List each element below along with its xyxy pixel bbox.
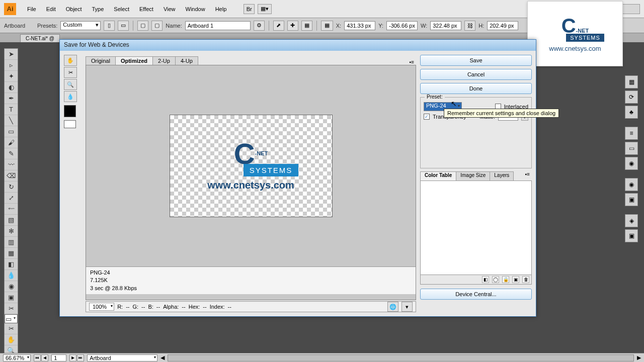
menu-effect[interactable]: Effect xyxy=(134,4,158,14)
transparency-checkbox[interactable]: ✓ xyxy=(424,114,430,120)
panel-icon[interactable]: ◈ xyxy=(625,214,638,227)
ct-icon[interactable]: 🗑 xyxy=(522,276,529,283)
panel-icon[interactable]: ♣ xyxy=(625,106,638,119)
crop-tool-icon[interactable]: ✂ xyxy=(5,303,18,314)
menu-view[interactable]: View xyxy=(158,4,181,14)
browser-preview-menu-icon[interactable]: ▾ xyxy=(401,302,413,312)
hand-tool-icon[interactable]: ✋ xyxy=(5,334,18,345)
status-info[interactable]: Artboard xyxy=(87,354,157,361)
menu-help[interactable]: Help xyxy=(210,4,232,14)
device-central-button[interactable]: Device Central... xyxy=(420,289,532,300)
nav-next-icon[interactable]: ▶ xyxy=(69,354,76,361)
ct-icon[interactable]: ▣ xyxy=(512,276,519,283)
scroll-left-icon[interactable]: ◀ xyxy=(160,354,165,361)
type-tool-icon[interactable]: T xyxy=(5,104,18,115)
artboard-delete-icon[interactable]: ▢ xyxy=(151,21,163,31)
preview-menu-icon[interactable]: ▪≡ xyxy=(408,59,416,65)
done-button[interactable]: Done xyxy=(420,83,532,94)
free-transform-tool-icon[interactable]: ▧ xyxy=(5,215,18,226)
symbol-sprayer-tool-icon[interactable]: ✻ xyxy=(5,226,18,237)
hand-tool-icon[interactable]: ✋ xyxy=(64,55,77,66)
selection-tool-icon[interactable]: ➤ xyxy=(5,49,18,60)
panel-icon[interactable]: ◉ xyxy=(625,157,638,170)
direct-selection-tool-icon[interactable]: ▹ xyxy=(5,60,18,71)
presets-dropdown[interactable]: Custom▾ xyxy=(60,21,101,30)
menu-window[interactable]: Window xyxy=(181,4,210,14)
show-crosshair-icon[interactable]: ✚ xyxy=(287,21,298,31)
eyedropper-tool-icon[interactable]: 💧 xyxy=(64,91,77,102)
tab-color-table[interactable]: Color Table xyxy=(420,171,456,180)
tab-layers[interactable]: Layers xyxy=(490,171,514,180)
graph-tool-icon[interactable]: ▥ xyxy=(5,237,18,248)
tab-optimized[interactable]: Optimized xyxy=(115,56,153,65)
live-paint-tool-icon[interactable]: ▣ xyxy=(5,292,18,303)
eraser-tool-icon[interactable]: ⌫ xyxy=(5,170,18,182)
nav-first-icon[interactable]: ⏮ xyxy=(34,354,41,361)
zoom-dropdown[interactable]: 100% xyxy=(89,303,114,311)
artboard-tool-icon[interactable]: ▭ xyxy=(5,314,18,323)
orient-portrait-icon[interactable]: ▯ xyxy=(104,21,115,31)
save-button[interactable]: Save xyxy=(420,55,532,66)
blob-brush-tool-icon[interactable]: 〰 xyxy=(5,159,18,170)
tab-4up[interactable]: 4-Up xyxy=(175,56,198,65)
ct-icon[interactable]: ◯ xyxy=(492,276,499,283)
menu-edit[interactable]: Edit xyxy=(41,4,61,14)
slice-select-tool-icon[interactable]: ✂ xyxy=(64,67,77,78)
gradient-tool-icon[interactable]: ◧ xyxy=(5,259,18,270)
tab-original[interactable]: Original xyxy=(86,56,116,65)
zoom-level[interactable]: 66.67% xyxy=(3,354,31,361)
rotate-tool-icon[interactable]: ↻ xyxy=(5,182,18,193)
h-scrollbar[interactable] xyxy=(168,354,634,361)
artboard-number-input[interactable] xyxy=(51,354,66,361)
scroll-right-icon[interactable]: ▶ xyxy=(637,354,641,361)
paintbrush-tool-icon[interactable]: 🖌 xyxy=(5,137,18,148)
move-artwork-icon[interactable]: ⬈ xyxy=(273,21,284,31)
menu-type[interactable]: Type xyxy=(87,4,109,14)
show-safe-icon[interactable]: ▦ xyxy=(301,21,312,31)
panel-icon[interactable]: ▣ xyxy=(625,229,638,242)
panel-icon[interactable]: ▦ xyxy=(625,75,638,88)
color-table-menu-icon[interactable]: ▪≡ xyxy=(523,171,532,180)
pencil-tool-icon[interactable]: ✎ xyxy=(5,148,18,159)
eyedropper-tool-icon[interactable]: 💧 xyxy=(5,270,18,281)
x-input[interactable] xyxy=(344,21,375,30)
reference-point-icon[interactable]: ▦ xyxy=(321,21,333,31)
artboard-new-icon[interactable]: ▢ xyxy=(137,21,148,31)
mesh-tool-icon[interactable]: ▦ xyxy=(5,248,18,259)
orient-landscape-icon[interactable]: ▭ xyxy=(118,21,129,31)
browser-preview-icon[interactable]: 🌐 xyxy=(387,302,398,312)
line-tool-icon[interactable]: ╲ xyxy=(5,115,18,126)
scale-tool-icon[interactable]: ⤢ xyxy=(5,193,18,204)
document-tab[interactable]: C-NET.ai* @ xyxy=(20,34,60,42)
y-input[interactable] xyxy=(386,21,418,30)
artboard-name-input[interactable] xyxy=(185,21,251,30)
bridge-icon[interactable]: Br xyxy=(244,4,255,14)
warp-tool-icon[interactable]: ⬳ xyxy=(5,204,18,215)
menu-select[interactable]: Select xyxy=(109,4,134,14)
ct-icon[interactable]: 🔒 xyxy=(502,276,509,283)
magic-wand-tool-icon[interactable]: ✦ xyxy=(5,71,18,82)
nav-prev-icon[interactable]: ◀ xyxy=(41,354,48,361)
arrange-icon[interactable]: ▦▾ xyxy=(258,4,272,14)
menu-object[interactable]: Object xyxy=(61,4,87,14)
rectangle-tool-icon[interactable]: ▭ xyxy=(5,126,18,137)
panel-icon[interactable]: ≡ xyxy=(625,127,638,140)
panel-icon[interactable]: ⟳ xyxy=(625,90,638,104)
panel-icon[interactable]: ▣ xyxy=(625,193,638,206)
nav-last-icon[interactable]: ⏭ xyxy=(77,354,84,361)
w-input[interactable] xyxy=(430,21,461,30)
ct-icon[interactable]: ◧ xyxy=(482,276,489,283)
toggle-slices-icon[interactable] xyxy=(64,120,76,128)
zoom-tool-icon[interactable]: 🔍 xyxy=(64,79,77,90)
options-icon[interactable]: ⚙ xyxy=(254,21,265,31)
lasso-tool-icon[interactable]: ◐ xyxy=(5,82,18,93)
pen-tool-icon[interactable]: ✒ xyxy=(5,93,18,104)
link-wh-icon[interactable]: ⛓ xyxy=(464,21,475,31)
blend-tool-icon[interactable]: ◉ xyxy=(5,281,18,292)
h-input[interactable] xyxy=(487,21,518,30)
slice-tool-icon[interactable]: ✂ xyxy=(5,323,18,334)
panel-icon[interactable]: ◉ xyxy=(625,178,638,191)
cancel-button[interactable]: Cancel xyxy=(420,69,532,80)
tab-image-size[interactable]: Image Size xyxy=(456,171,490,180)
tab-2up[interactable]: 2-Up xyxy=(152,56,176,65)
